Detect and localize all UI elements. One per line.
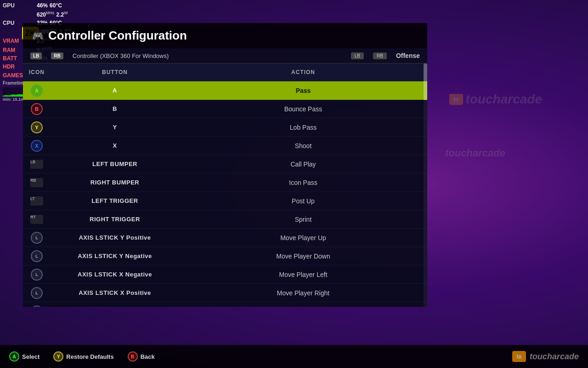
cell-icon-11: L [23,285,51,301]
cell-action-11: Move Player Right [179,288,427,299]
cell-action-5: Icon Pass [179,177,427,188]
cell-button-2: Y [51,122,179,132]
ta-logo-icon: ta [449,94,463,105]
table-row[interactable]: Y Y Lob Pass [23,118,427,137]
cell-button-1: B [51,104,179,114]
restore-button-icon: Y [53,351,63,362]
back-label: Back [141,353,155,360]
cell-button-11: AXIS LSTICK X Positive [51,288,179,298]
offense-badge-rb: RB [373,52,387,59]
ta-name-bottom: toucharcade [530,352,579,362]
cell-action-12: Pro Stick [179,306,427,307]
cell-action-1: Bounce Pass [179,104,427,115]
hud-gpu-temp: 60°C [50,2,62,10]
hud-gpu-pct: 46% [37,2,48,10]
button-icon-lstick: L [31,250,43,262]
cell-button-8: AXIS LSTICK Y Positive [51,232,179,243]
button-icon-lstick: L [31,269,43,281]
cell-icon-7: RT [23,213,51,226]
watermark-mid: toucharcade [445,147,505,159]
button-icon-lb: LB [30,160,43,169]
controller-icon: 🎮 [32,30,44,41]
button-icon-y: Y [31,121,43,133]
header-icon: ICON [23,67,51,77]
dialog-title-text: Controller Configuration [48,29,187,43]
cell-action-10: Move Player Left [179,269,427,280]
watermark-text-top: toucharcade [466,92,543,107]
table-row[interactable]: R AXIS RSTICK Y Positive Pro Stick [23,302,427,307]
select-label: Select [22,353,40,360]
cell-icon-5: RB [23,176,51,189]
hud-gpu-watt: 2.2W [57,10,68,19]
offense-badge-lb: LB [351,52,364,59]
cell-action-8: Move Player Up [179,232,427,243]
cell-button-3: X [51,140,179,151]
lb-badge: LB [30,52,42,59]
dialog-title-bar: 🎮 Controller Configuration [23,23,427,48]
scroll-thumb[interactable] [424,63,427,100]
table-row[interactable]: LT LEFT TRIGGER Post Up [23,192,427,210]
button-icon-lstick: L [31,232,43,244]
cell-icon-8: L [23,230,51,246]
controller-name: Controller (XBOX 360 For Windows) [73,52,342,59]
cell-icon-2: Y [23,120,51,135]
restore-label: Restore Defaults [66,353,113,360]
button-icon-lt: LT [30,196,43,206]
hud-frametime-label: Frametime [3,80,26,86]
cell-action-0: Pass [179,85,427,96]
table-row[interactable]: L AXIS LSTICK X Positive Move Player Rig… [23,284,427,302]
hud-gpu-sub-row: 620MHz 2.2W [3,10,73,19]
cell-button-10: AXIS LSTICK X Negative [51,269,179,280]
cell-icon-3: X [23,138,51,154]
scrollbar[interactable] [424,63,427,307]
cell-action-6: Post Up [179,196,427,207]
watermark-top: ta toucharcade [449,92,543,107]
cell-button-9: AXIS LSTICK Y Negative [51,251,179,261]
table-row[interactable]: L AXIS LSTICK X Negative Move Player Lef… [23,265,427,284]
button-icon-rstick: R [31,305,43,307]
keybind-table: ICON BUTTON ACTION A A Pass B B Bounce P… [23,63,427,307]
hud-gpu-row: GPU 46% 60°C [3,2,73,10]
cell-button-4: LEFT BUMPER [51,159,179,169]
hud-gpu-mhz: 620MHz [37,10,55,19]
cell-icon-4: LB [23,158,51,171]
table-row[interactable]: A A Pass [23,81,427,100]
table-row[interactable]: B B Bounce Pass [23,100,427,118]
cell-icon-9: L [23,248,51,264]
table-body: A A Pass B B Bounce Pass Y Y Lob Pass X … [23,81,427,307]
table-row[interactable]: L AXIS LSTICK Y Positive Move Player Up [23,229,427,247]
cell-icon-12: R [23,304,51,307]
hud-gpu-label: GPU [3,2,35,10]
cell-button-12: AXIS RSTICK Y Positive [51,306,179,307]
cell-action-3: Shoot [179,140,427,151]
cell-button-7: RIGHT TRIGGER [51,214,179,224]
table-row[interactable]: LB LEFT BUMPER Call Play [23,155,427,173]
cell-action-2: Lob Pass [179,122,427,133]
header-button: BUTTON [51,67,179,77]
button-icon-lstick: L [31,287,43,299]
cell-icon-10: L [23,267,51,282]
select-button-icon: A [9,351,19,362]
offense-label: Offense [396,52,420,59]
controller-info-row: LB RB Controller (XBOX 360 For Windows) … [23,48,427,63]
back-action: B Back [128,351,155,362]
cell-button-5: RIGHT BUMPER [51,177,179,188]
cell-action-9: Move Player Down [179,251,427,262]
cell-action-7: Sprint [179,214,427,225]
cell-icon-0: A [23,83,51,98]
button-icon-b: B [31,103,43,115]
table-row[interactable]: RB RIGHT BUMPER Icon Pass [23,173,427,192]
table-header: ICON BUTTON ACTION [23,63,427,81]
select-action: A Select [9,351,40,362]
table-row[interactable]: X X Shoot [23,137,427,155]
cell-button-0: A [51,85,179,96]
table-row[interactable]: L AXIS LSTICK Y Negative Move Player Dow… [23,247,427,265]
restore-defaults-action: Y Restore Defaults [53,351,113,362]
table-row[interactable]: RT RIGHT TRIGGER Sprint [23,210,427,229]
cell-icon-6: LT [23,195,51,207]
header-action: ACTION [179,67,427,77]
back-button-icon: B [128,351,138,362]
cell-action-4: Call Play [179,159,427,170]
cell-icon-1: B [23,101,51,117]
bottom-watermark: ta toucharcade [512,351,579,362]
